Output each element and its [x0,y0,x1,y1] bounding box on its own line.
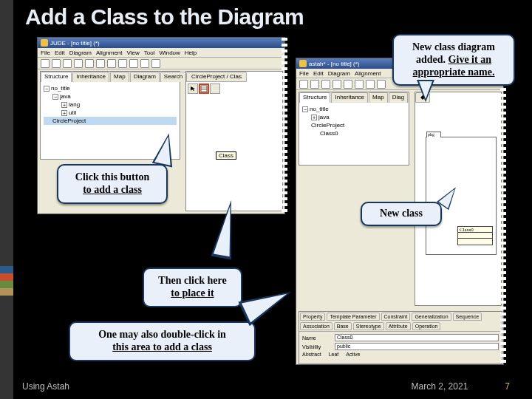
toolbar-button[interactable] [129,59,138,68]
toolbar-button[interactable] [74,59,83,68]
menu-item[interactable]: Window [159,50,180,56]
tree-node[interactable]: java [318,113,330,121]
window-title: JUDE - [no title] (*) [50,40,100,47]
tab-diagram[interactable]: Diag [389,92,408,103]
footer-left: Using Astah [22,381,69,392]
toolbar-button[interactable] [321,80,330,89]
toolbar-button[interactable] [299,80,308,89]
app-icon [299,60,307,67]
tree-node[interactable]: Class0 [320,129,338,137]
expand-icon[interactable]: + [311,115,317,120]
tab-map[interactable]: Map [110,72,129,82]
tab-map[interactable]: Map [369,92,388,103]
pointer-tool[interactable] [188,83,198,94]
tab-structure[interactable]: Structure [299,92,330,103]
tree-node[interactable]: util [69,109,76,117]
project-tree[interactable]: −no_title +java CircleProject Class0 [299,103,409,140]
tab-inheritance[interactable]: Inheritance [72,72,109,82]
diagram-canvas[interactable]: ◆ pkg Class0 [415,92,502,306]
tab-structure[interactable]: Structure [41,72,72,82]
toolbar-button[interactable] [63,59,72,68]
project-tree[interactable]: −no_title −java +lang +util CircleProjec… [41,82,180,127]
toolbar-button[interactable] [96,59,105,68]
package-label: pkg [426,132,441,137]
name-field[interactable]: Class0 [335,334,499,341]
toolbar-button[interactable] [355,80,364,89]
diagram-canvas[interactable]: CircleProject / Clas Class [185,71,283,211]
menu-item[interactable]: File [299,70,309,77]
prop-tab[interactable]: Attribute [386,322,411,330]
menu-item[interactable]: Edit [313,70,324,77]
toolbar-button[interactable] [52,59,61,68]
accent-stripe [0,266,13,273]
callout-text: this area to add a class [112,341,212,352]
jude-titlebar: JUDE - [no title] (*) [38,38,284,48]
tab-diagram[interactable]: Diagram [130,72,160,82]
prop-tab[interactable]: Generalization [412,313,451,321]
prop-tab[interactable]: Stereotype [353,322,384,330]
footer-page: 7 [505,381,510,392]
expand-icon[interactable]: − [44,86,50,92]
tab-search[interactable]: Search [160,72,186,82]
class-tool-button[interactable] [199,83,209,94]
toolbox-button[interactable] [210,83,220,94]
jude-menubar[interactable]: File Edit Diagram Alignment View Tool Wi… [38,48,284,58]
toolbar-button[interactable] [151,59,160,68]
toolbar-button[interactable] [118,59,127,68]
toolbar-button[interactable] [107,59,116,68]
prop-tab[interactable]: Constraint [381,313,411,321]
menu-item[interactable]: Alignment [355,70,381,77]
callout-new-diagram: New class diagram added. Give it an appr… [392,34,515,86]
menu-item[interactable]: Diagram [69,50,92,56]
visibility-field[interactable]: public [335,343,499,350]
prop-tab[interactable]: Template Parameter [327,313,379,321]
field-label: Visibility [302,344,332,349]
menu-item[interactable]: File [41,50,50,56]
field-label: Leaf [329,352,339,357]
menu-item[interactable]: Diagram [328,70,350,77]
menu-item[interactable]: Tool [144,50,155,56]
tree-node[interactable]: java [60,92,71,100]
menu-item[interactable]: View [127,50,140,56]
uml-class[interactable]: Class0 [457,226,493,245]
toolbar-button[interactable] [377,80,386,89]
expand-icon[interactable]: + [61,102,67,108]
menu-item[interactable]: Alignment [96,50,123,56]
menu-item[interactable]: Edit [55,50,65,56]
tree-node-selected[interactable]: CircleProject [52,117,86,125]
property-fields: Name Class0 Visibility public Abstract L… [299,332,502,361]
toolbar-button[interactable] [140,59,149,68]
expand-icon[interactable]: + [61,110,67,116]
canvas-tab[interactable]: CircleProject / Clas [186,72,247,82]
callout-text: New class diagram [412,41,495,52]
pointer-icon [190,86,196,92]
window-title: astah* - [no title] (*) [309,61,359,67]
expand-icon[interactable]: − [302,106,308,112]
toolbar-button[interactable] [332,80,341,89]
prop-tab[interactable]: Association [300,322,332,330]
callout-new-class: New class [361,202,442,226]
tree-root[interactable]: no_title [310,105,329,113]
prop-tab[interactable]: Base [334,322,352,330]
prop-tab[interactable]: Operation [412,322,441,330]
tree-node[interactable]: CircleProject [311,121,344,129]
package-box[interactable]: pkg Class0 [426,137,497,255]
callout-text: New class [380,208,423,219]
toolbar-button[interactable] [85,59,94,68]
class-icon [200,85,208,92]
tab-inheritance[interactable]: Inheritance [331,92,368,103]
toolbar-button[interactable] [366,80,375,89]
toolbar-button[interactable] [344,80,352,89]
toolbar-button[interactable] [310,80,319,89]
expand-icon[interactable]: − [52,94,58,100]
tree-root[interactable]: no_title [51,84,70,92]
tree-node[interactable]: lang [69,100,80,109]
toolbar-button[interactable] [41,59,50,68]
prop-tab[interactable]: Sequence [453,313,482,321]
menu-item[interactable]: Help [185,50,197,56]
prop-tab[interactable]: Property [300,313,325,321]
property-tabs: Property Template Parameter Constraint G… [299,312,502,332]
callout-click-button: Click this button to add a class [57,164,168,204]
jude-toolbar [38,58,284,69]
structure-tabs: Structure Inheritance Map Diagram Search [41,72,180,82]
